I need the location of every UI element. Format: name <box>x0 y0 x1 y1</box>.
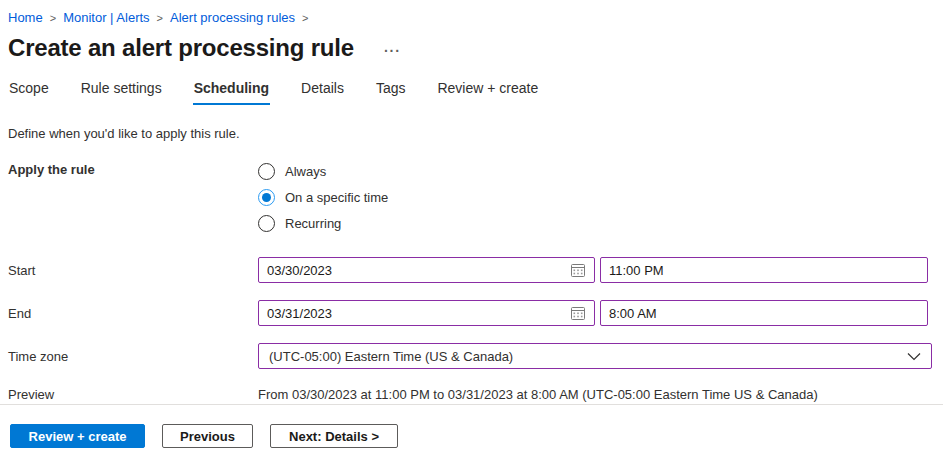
chevron-right-icon: > <box>157 11 163 24</box>
end-date-field[interactable] <box>258 300 595 326</box>
tab-rule-settings[interactable]: Rule settings <box>80 78 163 105</box>
tab-scope[interactable]: Scope <box>8 78 50 105</box>
breadcrumb-monitor-alerts-link[interactable]: Monitor | Alerts <box>63 10 149 25</box>
radio-always[interactable]: Always <box>258 158 388 184</box>
preview-label: Preview <box>8 381 258 402</box>
footer-buttons: Review + create Previous Next: Details > <box>10 424 398 448</box>
scheduling-form: Apply the rule Always On a specific time… <box>8 158 935 402</box>
radio-icon <box>258 163 275 180</box>
start-date-field[interactable] <box>258 257 595 283</box>
preview-value: From 03/30/2023 at 11:00 PM to 03/31/202… <box>258 381 818 402</box>
radio-recurring-label: Recurring <box>285 216 341 231</box>
start-fields <box>258 257 928 283</box>
review-create-button[interactable]: Review + create <box>10 424 145 448</box>
calendar-icon[interactable] <box>564 262 586 278</box>
breadcrumb: Home > Monitor | Alerts > Alert processi… <box>8 10 935 25</box>
scheduling-description: Define when you'd like to apply this rul… <box>8 126 935 141</box>
apply-the-rule-label: Apply the rule <box>8 158 258 177</box>
timezone-dropdown[interactable]: (UTC-05:00) Eastern Time (US & Canada) <box>258 343 932 369</box>
previous-button[interactable]: Previous <box>162 424 253 448</box>
start-time-input[interactable] <box>600 257 928 283</box>
radio-on-a-specific-time[interactable]: On a specific time <box>258 184 388 210</box>
radio-icon <box>258 215 275 232</box>
end-date-input[interactable] <box>267 302 564 324</box>
radio-recurring[interactable]: Recurring <box>258 210 388 236</box>
chevron-down-icon <box>907 352 921 361</box>
page-title: Create an alert processing rule <box>8 34 354 62</box>
tab-details[interactable]: Details <box>300 78 345 105</box>
radio-always-label: Always <box>285 164 326 179</box>
apply-the-rule-row: Apply the rule Always On a specific time… <box>8 158 935 236</box>
start-label: Start <box>8 257 258 278</box>
end-fields <box>258 300 928 326</box>
start-date-input[interactable] <box>267 259 564 281</box>
apply-the-rule-radio-group: Always On a specific time Recurring <box>258 158 388 236</box>
start-row: Start <box>8 257 935 283</box>
title-row: Create an alert processing rule ··· <box>8 34 935 62</box>
calendar-icon[interactable] <box>564 305 586 321</box>
timezone-row: Time zone (UTC-05:00) Eastern Time (US &… <box>8 343 935 369</box>
radio-selected-icon <box>258 189 275 206</box>
breadcrumb-alert-processing-rules-link[interactable]: Alert processing rules <box>170 10 295 25</box>
end-label: End <box>8 300 258 321</box>
tab-scheduling[interactable]: Scheduling <box>193 78 270 105</box>
radio-on-a-specific-time-label: On a specific time <box>285 190 388 205</box>
breadcrumb-home-link[interactable]: Home <box>8 10 43 25</box>
footer-divider <box>0 404 943 405</box>
create-alert-processing-rule-page: Home > Monitor | Alerts > Alert processi… <box>0 0 943 456</box>
chevron-right-icon: > <box>50 11 56 24</box>
end-row: End <box>8 300 935 326</box>
next-details-button[interactable]: Next: Details > <box>270 424 398 448</box>
preview-row: Preview From 03/30/2023 at 11:00 PM to 0… <box>8 381 935 402</box>
tab-tags[interactable]: Tags <box>375 78 407 105</box>
ellipsis-menu-icon[interactable]: ··· <box>384 38 401 58</box>
end-time-input[interactable] <box>600 300 928 326</box>
timezone-label: Time zone <box>8 343 258 364</box>
tab-bar: Scope Rule settings Scheduling Details T… <box>8 78 935 105</box>
tab-review-create[interactable]: Review + create <box>436 78 539 105</box>
timezone-selected-value: (UTC-05:00) Eastern Time (US & Canada) <box>269 349 513 364</box>
chevron-right-icon: > <box>302 11 308 24</box>
